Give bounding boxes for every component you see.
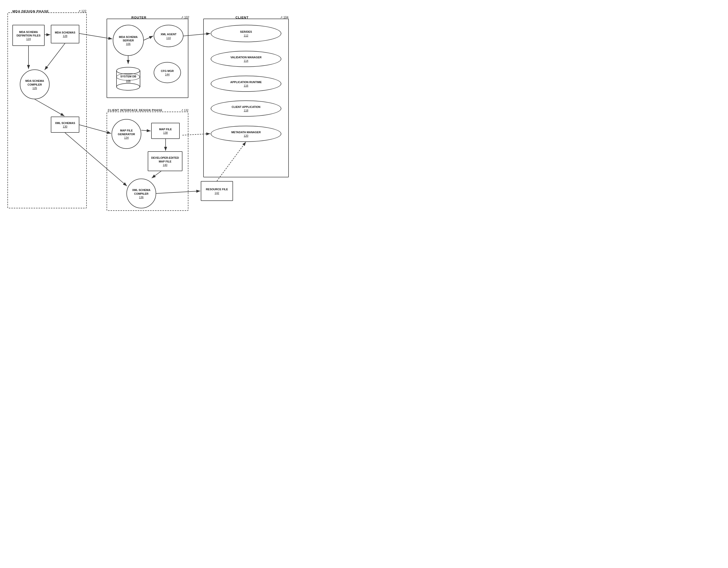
- mda-schema-server-node: MDA SCHEMA SERVER 106: [113, 25, 144, 56]
- ser-des-label: SER/DES: [240, 30, 252, 33]
- developer-edited-label: DEVELOPER-EDITED MAP FILE: [148, 156, 182, 163]
- map-file-generator-num: 134: [124, 136, 129, 139]
- application-runtime-num: 116: [244, 84, 248, 87]
- cfg-mgr-num: 144: [165, 73, 170, 76]
- svg-point-1: [116, 67, 140, 74]
- architecture-diagram: MDA DESIGN PHASE ↗ 122 ROUTER ↗ 102 CLIE…: [5, 5, 292, 218]
- ser-des-num: 112: [244, 34, 248, 37]
- map-file-num: 138: [163, 131, 168, 134]
- developer-edited-num: 140: [163, 163, 167, 166]
- resource-file-label: RESOURCE FILE: [206, 187, 228, 191]
- xml-schema-compiler-node: XML SCHEMA COMPILER 136: [126, 178, 156, 208]
- map-file-box: MAP FILE 138: [151, 123, 180, 139]
- client-section-box: [203, 19, 289, 177]
- client-interface-label: CLIENT INTERFACE DESIGN PHASE: [108, 109, 162, 112]
- xml-schema-compiler-label: XML SCHEMA COMPILER: [127, 188, 156, 195]
- mda-design-phase-label: MDA DESIGN PHASE: [12, 9, 49, 13]
- mda-schema-compiler-label: MDA SCHEMA COMPILER: [20, 79, 49, 86]
- ser-des-node: SER/DES 112: [211, 25, 281, 42]
- cfg-mgr-label: CFG MGR: [161, 69, 174, 73]
- mda-schemas-box: MDA SCHEMAS 128: [51, 25, 79, 43]
- xml-agent-num: 110: [166, 36, 171, 39]
- router-num: ↗ 102: [181, 16, 189, 19]
- client-application-label: CLIENT APPLICATION: [232, 105, 260, 109]
- mda-schema-server-label: MDA SCHEMA SERVER: [113, 35, 143, 42]
- client-num: ↗ 104: [280, 16, 288, 19]
- metadata-manager-num: 120: [244, 134, 248, 137]
- xml-schemas-num: 130: [63, 125, 67, 128]
- mda-schema-def-label: MDA SCHEMA DEFINITION FILES: [13, 30, 44, 37]
- metadata-manager-node: METADATA MANAGER 120: [211, 126, 281, 142]
- system-db-num: 108: [126, 79, 130, 82]
- cfg-mgr-node: CFG MGR 144: [154, 62, 181, 83]
- client-application-node: CLIENT APPLICATION 118: [211, 100, 281, 117]
- mda-schema-server-num: 106: [126, 42, 130, 45]
- mda-design-phase-num: ↗ 122: [78, 9, 86, 13]
- resource-file-num: 142: [215, 191, 219, 194]
- application-runtime-label: APPLICATION RUNTIME: [230, 80, 262, 84]
- client-interface-num: ↗ 132: [181, 109, 188, 112]
- application-runtime-node: APPLICATION RUNTIME 116: [211, 76, 281, 92]
- xml-schema-compiler-num: 136: [139, 196, 144, 199]
- mda-schema-def-num: 124: [26, 37, 31, 40]
- map-file-generator-label: MAP FILE GENERATOR: [112, 129, 141, 136]
- metadata-manager-label: METADATA MANAGER: [231, 130, 261, 134]
- map-file-label: MAP FILE: [159, 127, 172, 131]
- developer-edited-box: DEVELOPER-EDITED MAP FILE 140: [148, 151, 182, 171]
- client-label: CLIENT: [235, 16, 249, 19]
- validation-manager-num: 114: [244, 59, 248, 62]
- xml-agent-label: XML AGENT: [161, 32, 176, 36]
- client-application-num: 118: [244, 109, 248, 112]
- validation-manager-label: VALIDATION MANAGER: [231, 56, 262, 59]
- mda-schema-def-box: MDA SCHEMA DEFINITION FILES 124: [12, 25, 45, 46]
- svg-point-3: [116, 83, 140, 90]
- mda-schema-compiler-node: MDA SCHEMA COMPILER 126: [20, 69, 50, 99]
- xml-schemas-label: XML SCHEMAS: [55, 121, 75, 125]
- router-label: ROUTER: [131, 16, 146, 19]
- mda-schemas-label: MDA SCHEMAS: [55, 31, 75, 34]
- xml-schemas-box: XML SCHEMAS 130: [51, 117, 79, 133]
- xml-agent-node: XML AGENT 110: [154, 25, 183, 47]
- system-db-label: SYSTEM DB: [120, 75, 136, 78]
- system-db-node: SYSTEM DB 108: [114, 64, 143, 92]
- map-file-generator-node: MAP FILE GENERATOR 134: [112, 119, 141, 149]
- mda-schemas-num: 128: [63, 34, 67, 37]
- validation-manager-node: VALIDATION MANAGER 114: [211, 51, 281, 67]
- resource-file-box: RESOURCE FILE 142: [201, 181, 233, 201]
- mda-schema-compiler-num: 126: [32, 87, 37, 89]
